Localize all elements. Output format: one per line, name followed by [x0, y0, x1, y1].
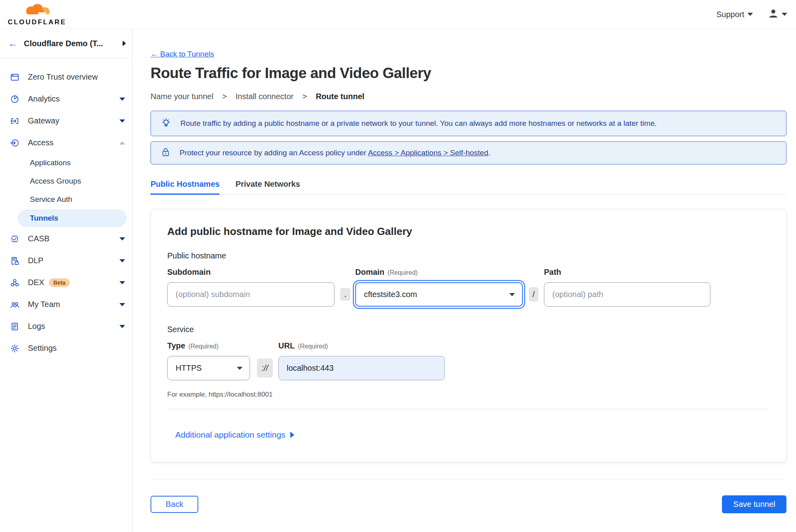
account-name: Cloudflare Demo (T... — [24, 39, 116, 48]
cloudflare-cloud-icon — [22, 3, 52, 18]
info-banner-access-policy: Protect your resource by adding an Acces… — [151, 141, 786, 164]
type-selected-value: HTTPS — [176, 364, 202, 373]
sidebar-item-label: Access — [28, 138, 119, 147]
chevron-down-icon — [782, 13, 787, 16]
sidebar-item-label: Zero Trust overview — [28, 72, 125, 82]
beta-badge: Beta — [49, 278, 70, 287]
service-group-label: Service — [167, 325, 770, 334]
domain-select[interactable]: cftestsite3.com — [355, 282, 523, 307]
chevron-down-icon — [509, 293, 515, 296]
tab-private-networks[interactable]: Private Networks — [235, 180, 300, 194]
back-arrow-icon[interactable]: ← — [8, 39, 18, 48]
support-label: Support — [716, 10, 744, 19]
step-install-connector[interactable]: Install connector — [236, 92, 294, 101]
sidebar-item-analytics[interactable]: Analytics — [0, 88, 132, 110]
banner-text-after: . — [488, 149, 490, 157]
back-to-tunnels-link[interactable]: ← Back to Tunnels — [151, 50, 214, 59]
required-note: (Required) — [387, 269, 418, 276]
chevron-down-icon — [119, 259, 125, 262]
required-note: (Required) — [298, 343, 328, 350]
sidebar-item-label: Settings — [28, 344, 125, 353]
hostname-field-row: Subdomain . Domain(Required) cftestsite3… — [167, 268, 770, 307]
chevron-right-icon[interactable] — [123, 41, 126, 46]
access-policy-link[interactable]: Access > Applications > Self-hosted — [368, 149, 488, 157]
subdomain-label: Subdomain — [167, 268, 334, 277]
chevron-up-icon — [119, 141, 125, 145]
sidebar-item-settings[interactable]: Settings — [0, 337, 132, 359]
sidebar-item-label: Analytics — [28, 94, 119, 104]
service-url-input[interactable] — [278, 356, 445, 380]
sidebar-item-text: DEX — [28, 278, 44, 287]
dex-icon — [10, 278, 20, 288]
sidebar-item-service-auth[interactable]: Service Auth — [0, 190, 132, 209]
chevron-down-icon — [237, 367, 243, 370]
sidebar-item-my-team[interactable]: My Team — [0, 293, 132, 315]
chevron-down-icon — [119, 237, 125, 241]
path-label: Path — [544, 268, 710, 277]
sidebar-item-tunnels[interactable]: Tunnels — [18, 209, 127, 227]
info-banner-route-traffic: Route traffic by adding a public hostnam… — [151, 111, 786, 136]
subdomain-input[interactable] — [167, 282, 334, 307]
sidebar-item-dlp[interactable]: DLP — [0, 250, 132, 272]
type-label-text: Type — [167, 341, 185, 350]
url-label-text: URL — [278, 341, 295, 350]
save-tunnel-button[interactable]: Save tunnel — [722, 495, 786, 513]
back-button[interactable]: Back — [151, 496, 198, 513]
sidebar-item-access-groups[interactable]: Access Groups — [0, 172, 132, 190]
sidebar-item-logs[interactable]: Logs — [0, 315, 132, 337]
footer-divider — [151, 479, 786, 479]
sidebar-nav: Zero Trust overview Analytics Gateway — [0, 58, 132, 359]
url-example-hint: For example, https://localhost:8001 — [167, 391, 770, 399]
chevron-down-icon — [119, 281, 125, 284]
dot-separator: . — [340, 288, 350, 301]
gateway-icon — [10, 116, 20, 126]
sidebar-item-label: CASB — [28, 234, 119, 243]
support-menu[interactable]: Support — [716, 10, 753, 19]
chevron-right-icon — [290, 432, 294, 438]
public-hostname-group-label: Public hostname — [167, 251, 770, 260]
analytics-icon — [10, 94, 20, 104]
user-avatar-icon — [768, 8, 778, 20]
domain-selected-value: cftestsite3.com — [364, 290, 417, 299]
wizard-steps: Name your tunnel > Install connector > R… — [151, 92, 786, 101]
casb-icon — [10, 234, 20, 244]
sidebar-item-label: Gateway — [28, 116, 119, 125]
gear-icon — [10, 343, 20, 354]
additional-settings-label: Additional application settings — [175, 430, 286, 440]
sidebar-item-label: My Team — [28, 300, 119, 309]
team-icon — [10, 299, 20, 310]
step-separator: > — [302, 92, 307, 101]
lightbulb-icon — [160, 117, 172, 130]
user-menu[interactable] — [768, 8, 787, 20]
tab-public-hostnames[interactable]: Public Hostnames — [151, 180, 219, 195]
sidebar-item-dex[interactable]: DEX Beta — [0, 272, 132, 293]
back-link-text: Back to Tunnels — [160, 50, 214, 58]
topbar: CLOUDFLARE Support — [0, 0, 796, 29]
main-content: ← Back to Tunnels Route Traffic for Imag… — [133, 29, 796, 532]
sidebar-account-header: ← Cloudflare Demo (T... — [0, 29, 132, 58]
domain-label-text: Domain — [355, 268, 384, 276]
service-field-row: Type(Required) HTTPS :// URL(Required) — [167, 341, 770, 380]
left-arrow-icon: ← — [151, 50, 158, 58]
sidebar-item-label: DLP — [28, 256, 119, 265]
sidebar: ← Cloudflare Demo (T... Zero Trust overv… — [0, 29, 133, 532]
sidebar-item-zero-trust-overview[interactable]: Zero Trust overview — [0, 66, 132, 88]
sidebar-item-casb[interactable]: CASB — [0, 228, 132, 250]
step-separator: > — [222, 92, 227, 101]
cloudflare-logo[interactable]: CLOUDFLARE — [7, 3, 67, 26]
access-icon — [10, 138, 20, 148]
path-input[interactable] — [544, 282, 710, 307]
sidebar-item-applications[interactable]: Applications — [0, 154, 132, 172]
additional-settings-toggle[interactable]: Additional application settings — [175, 430, 770, 440]
footer-actions: Back Save tunnel — [151, 495, 786, 513]
service-type-select[interactable]: HTTPS — [167, 356, 250, 380]
sidebar-item-gateway[interactable]: Gateway — [0, 110, 132, 132]
chevron-down-icon — [119, 119, 125, 123]
step-route-tunnel: Route tunnel — [316, 92, 364, 101]
sidebar-item-access[interactable]: Access — [0, 132, 132, 154]
cloudflare-wordmark: CLOUDFLARE — [8, 18, 66, 26]
logs-icon — [10, 321, 20, 332]
step-name-your-tunnel[interactable]: Name your tunnel — [151, 92, 213, 101]
scheme-separator: :// — [257, 358, 273, 377]
card-divider — [167, 409, 770, 409]
